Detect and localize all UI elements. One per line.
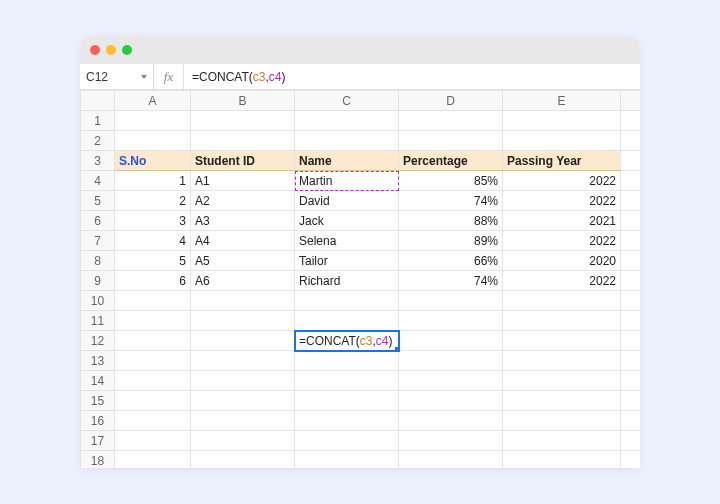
maximize-icon[interactable] <box>122 45 132 55</box>
formula-bar[interactable]: =CONCAT(c3,c4) <box>184 64 640 89</box>
cell-A12[interactable] <box>115 331 191 351</box>
cell-A4[interactable]: 1 <box>115 171 191 191</box>
cell-F18[interactable] <box>621 451 641 469</box>
col-header-B[interactable]: B <box>191 91 295 111</box>
col-header-A[interactable]: A <box>115 91 191 111</box>
cell-E5[interactable]: 2022 <box>503 191 621 211</box>
cell-B12[interactable] <box>191 331 295 351</box>
cell-D15[interactable] <box>399 391 503 411</box>
cell-D13[interactable] <box>399 351 503 371</box>
cell-F14[interactable] <box>621 371 641 391</box>
name-box[interactable]: C12 <box>80 64 154 89</box>
cell-A15[interactable] <box>115 391 191 411</box>
cell-C8[interactable]: Tailor <box>295 251 399 271</box>
cell-F17[interactable] <box>621 431 641 451</box>
cell-B15[interactable] <box>191 391 295 411</box>
cell-D7[interactable]: 89% <box>399 231 503 251</box>
col-header-E[interactable]: E <box>503 91 621 111</box>
cell-B16[interactable] <box>191 411 295 431</box>
cell-E1[interactable] <box>503 111 621 131</box>
cell-C11[interactable] <box>295 311 399 331</box>
cell-C12[interactable]: =CONCAT(c3,c4) <box>295 331 399 351</box>
cell-C7[interactable]: Selena <box>295 231 399 251</box>
cell-D11[interactable] <box>399 311 503 331</box>
cell-A5[interactable]: 2 <box>115 191 191 211</box>
row-header-3[interactable]: 3 <box>81 151 115 171</box>
cell-B9[interactable]: A6 <box>191 271 295 291</box>
cell-B6[interactable]: A3 <box>191 211 295 231</box>
row-header-5[interactable]: 5 <box>81 191 115 211</box>
row-header-10[interactable]: 10 <box>81 291 115 311</box>
row-header-2[interactable]: 2 <box>81 131 115 151</box>
cell-B10[interactable] <box>191 291 295 311</box>
cell-D18[interactable] <box>399 451 503 469</box>
cell-D12[interactable] <box>399 331 503 351</box>
cell-A3[interactable]: S.No <box>115 151 191 171</box>
cell-C17[interactable] <box>295 431 399 451</box>
cell-F7[interactable] <box>621 231 641 251</box>
cell-E13[interactable] <box>503 351 621 371</box>
cell-F2[interactable] <box>621 131 641 151</box>
cell-D17[interactable] <box>399 431 503 451</box>
cell-E4[interactable]: 2022 <box>503 171 621 191</box>
cell-B1[interactable] <box>191 111 295 131</box>
cell-C9[interactable]: Richard <box>295 271 399 291</box>
cell-A7[interactable]: 4 <box>115 231 191 251</box>
row-header-17[interactable]: 17 <box>81 431 115 451</box>
cell-F4[interactable] <box>621 171 641 191</box>
cell-E9[interactable]: 2022 <box>503 271 621 291</box>
row-header-15[interactable]: 15 <box>81 391 115 411</box>
cell-C13[interactable] <box>295 351 399 371</box>
row-header-11[interactable]: 11 <box>81 311 115 331</box>
cell-E12[interactable] <box>503 331 621 351</box>
cell-D10[interactable] <box>399 291 503 311</box>
cell-D2[interactable] <box>399 131 503 151</box>
row-header-1[interactable]: 1 <box>81 111 115 131</box>
cell-A9[interactable]: 6 <box>115 271 191 291</box>
row-header-13[interactable]: 13 <box>81 351 115 371</box>
cell-E7[interactable]: 2022 <box>503 231 621 251</box>
cell-F5[interactable] <box>621 191 641 211</box>
cell-C18[interactable] <box>295 451 399 469</box>
row-header-7[interactable]: 7 <box>81 231 115 251</box>
cell-C15[interactable] <box>295 391 399 411</box>
col-header-D[interactable]: D <box>399 91 503 111</box>
close-icon[interactable] <box>90 45 100 55</box>
cell-A18[interactable] <box>115 451 191 469</box>
cell-B14[interactable] <box>191 371 295 391</box>
cell-F16[interactable] <box>621 411 641 431</box>
cell-E6[interactable]: 2021 <box>503 211 621 231</box>
cell-A8[interactable]: 5 <box>115 251 191 271</box>
cell-B2[interactable] <box>191 131 295 151</box>
cell-C3[interactable]: Name <box>295 151 399 171</box>
fx-icon[interactable]: fx <box>154 64 184 89</box>
row-header-9[interactable]: 9 <box>81 271 115 291</box>
cell-C16[interactable] <box>295 411 399 431</box>
cell-B17[interactable] <box>191 431 295 451</box>
col-header-F[interactable] <box>621 91 641 111</box>
cell-B3[interactable]: Student ID <box>191 151 295 171</box>
cell-D8[interactable]: 66% <box>399 251 503 271</box>
cell-C2[interactable] <box>295 131 399 151</box>
cell-D16[interactable] <box>399 411 503 431</box>
cell-C6[interactable]: Jack <box>295 211 399 231</box>
cell-A13[interactable] <box>115 351 191 371</box>
chevron-down-icon[interactable] <box>141 75 147 79</box>
cell-F11[interactable] <box>621 311 641 331</box>
row-header-18[interactable]: 18 <box>81 451 115 469</box>
cell-D6[interactable]: 88% <box>399 211 503 231</box>
cell-E15[interactable] <box>503 391 621 411</box>
cell-C14[interactable] <box>295 371 399 391</box>
cell-E2[interactable] <box>503 131 621 151</box>
cell-E10[interactable] <box>503 291 621 311</box>
cell-E16[interactable] <box>503 411 621 431</box>
cell-F8[interactable] <box>621 251 641 271</box>
cell-E18[interactable] <box>503 451 621 469</box>
cell-A10[interactable] <box>115 291 191 311</box>
cell-B7[interactable]: A4 <box>191 231 295 251</box>
cell-A14[interactable] <box>115 371 191 391</box>
cell-F1[interactable] <box>621 111 641 131</box>
cell-A1[interactable] <box>115 111 191 131</box>
cell-F6[interactable] <box>621 211 641 231</box>
cell-C5[interactable]: David <box>295 191 399 211</box>
